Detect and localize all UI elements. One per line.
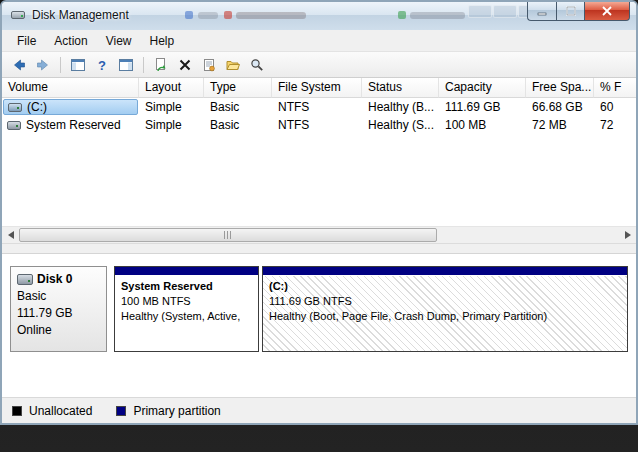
legend-label: Unallocated — [29, 404, 92, 418]
drive-icon — [8, 103, 22, 112]
titlebar[interactable]: Disk Management — [2, 2, 636, 30]
layout-cell: Simple — [139, 118, 204, 132]
refresh-icon — [153, 57, 169, 73]
file-system-cell: NTFS — [272, 100, 362, 114]
partition-system-reserved[interactable]: System Reserved 100 MB NTFS Healthy (Sys… — [114, 266, 259, 352]
capacity-cell: 111.69 GB — [439, 100, 526, 114]
minimize-button[interactable] — [527, 2, 556, 21]
close-icon — [601, 6, 613, 16]
table-row[interactable]: System Reserved Simple Basic NTFS Health… — [2, 116, 636, 134]
volume-list-header: Volume Layout Type File System Status Ca… — [2, 78, 636, 98]
back-icon — [11, 57, 27, 73]
forward-button[interactable] — [32, 54, 54, 76]
magnifier-icon — [249, 57, 265, 73]
column-header-percent-free[interactable]: % F — [594, 78, 636, 98]
partition-status: Healthy (Boot, Page File, Crash Dump, Pr… — [269, 310, 621, 322]
partition-name: (C:) — [269, 280, 621, 292]
help-icon: ? — [94, 57, 110, 73]
zoom-button[interactable] — [246, 54, 268, 76]
background-window-artifact — [224, 11, 232, 19]
status-cell: Healthy (B... — [362, 100, 439, 114]
show-console-tree-button[interactable] — [67, 54, 89, 76]
toolbar-separator — [143, 57, 144, 73]
scrollbar-thumb[interactable] — [19, 228, 437, 242]
desktop: Disk Management — [0, 0, 638, 452]
svg-text:?: ? — [98, 57, 106, 72]
toolbar: ? — [2, 52, 636, 78]
delete-button[interactable] — [174, 54, 196, 76]
disk-icon — [17, 274, 33, 285]
column-header-capacity[interactable]: Capacity — [439, 78, 526, 98]
partition-status: Healthy (System, Active, — [121, 310, 252, 322]
window-controls — [527, 2, 630, 21]
volume-name: System Reserved — [26, 118, 121, 132]
column-header-file-system[interactable]: File System — [272, 78, 362, 98]
console-tree-icon — [70, 57, 86, 73]
forward-icon — [35, 57, 51, 73]
disk0-header[interactable]: Disk 0 Basic 111.79 GB Online — [10, 266, 107, 352]
volume-cell-system-reserved[interactable]: System Reserved — [3, 117, 138, 133]
disk-management-icon[interactable] — [10, 7, 26, 23]
disk-size: 111.79 GB — [17, 306, 100, 320]
partition-name: System Reserved — [121, 280, 252, 292]
menu-action[interactable]: Action — [45, 31, 96, 51]
unallocated-swatch — [12, 406, 22, 416]
help-button[interactable]: ? — [91, 54, 113, 76]
background-window-artifact — [410, 12, 465, 19]
legend-bar: Unallocated Primary partition — [2, 397, 636, 423]
column-header-volume[interactable]: Volume — [2, 78, 139, 98]
volume-list: Volume Layout Type File System Status Ca… — [2, 78, 636, 226]
refresh-button[interactable] — [150, 54, 172, 76]
status-cell: Healthy (S... — [362, 118, 439, 132]
open-folder-icon — [225, 57, 241, 73]
partition-size: 100 MB NTFS — [121, 295, 252, 307]
column-header-free-space[interactable]: Free Spa... — [526, 78, 594, 98]
table-row[interactable]: (C:) Simple Basic NTFS Healthy (B... 111… — [2, 98, 636, 116]
left-arrow-icon — [8, 231, 14, 239]
menu-help[interactable]: Help — [141, 31, 184, 51]
column-header-status[interactable]: Status — [362, 78, 439, 98]
show-action-pane-button[interactable] — [115, 54, 137, 76]
menubar: File Action View Help — [2, 30, 636, 52]
partitions: System Reserved 100 MB NTFS Healthy (Sys… — [114, 266, 628, 352]
pane-splitter[interactable] — [2, 243, 636, 253]
column-header-type[interactable]: Type — [204, 78, 272, 98]
partition-body: (C:) 111.69 GB NTFS Healthy (Boot, Page … — [263, 276, 627, 351]
drive-led — [21, 15, 23, 17]
scroll-right-button[interactable] — [619, 227, 636, 243]
maximize-icon — [565, 6, 577, 16]
layout-cell: Simple — [139, 100, 204, 114]
drive-icon — [7, 121, 21, 130]
toolbar-separator — [60, 57, 61, 73]
menu-view[interactable]: View — [97, 31, 141, 51]
open-folder-button[interactable] — [222, 54, 244, 76]
percent-free-cell: 72 — [594, 118, 636, 132]
type-cell: Basic — [204, 118, 272, 132]
properties-button[interactable] — [198, 54, 220, 76]
partition-type-bar — [263, 267, 627, 276]
column-header-layout[interactable]: Layout — [139, 78, 204, 98]
maximize-button[interactable] — [556, 2, 585, 21]
volume-name: (C:) — [27, 100, 47, 114]
disk-graphical-pane: Disk 0 Basic 111.79 GB Online System Res… — [2, 253, 636, 397]
legend-item-unallocated: Unallocated — [12, 404, 92, 418]
scroll-left-button[interactable] — [2, 227, 19, 243]
volume-cell-c[interactable]: (C:) — [3, 99, 138, 115]
percent-free-cell: 60 — [594, 100, 636, 114]
close-button[interactable] — [585, 2, 630, 21]
delete-icon — [177, 57, 193, 73]
window-title: Disk Management — [32, 8, 129, 22]
back-button[interactable] — [8, 54, 30, 76]
right-arrow-icon — [625, 231, 631, 239]
file-system-cell: NTFS — [272, 118, 362, 132]
scrollbar-grip — [224, 231, 233, 239]
menu-file[interactable]: File — [8, 31, 45, 51]
properties-icon — [201, 57, 217, 73]
minimize-icon — [536, 6, 548, 16]
type-cell: Basic — [204, 100, 272, 114]
capacity-cell: 100 MB — [439, 118, 526, 132]
background-window-artifact — [236, 12, 306, 19]
partition-c[interactable]: (C:) 111.69 GB NTFS Healthy (Boot, Page … — [262, 266, 628, 352]
free-space-cell: 66.68 GB — [526, 100, 594, 114]
horizontal-scrollbar[interactable] — [2, 226, 636, 243]
